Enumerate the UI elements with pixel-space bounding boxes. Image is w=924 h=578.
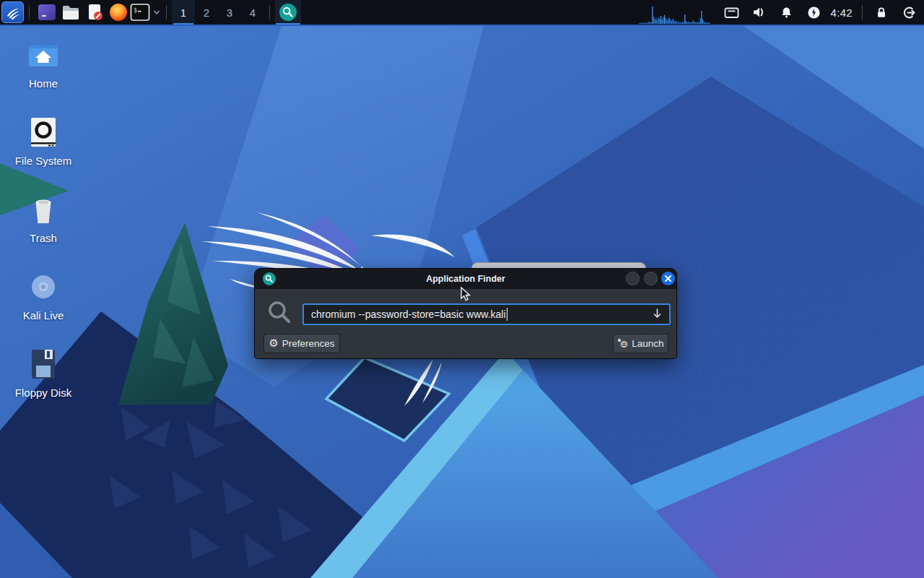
titlebar[interactable]: Application Finder: [255, 269, 676, 289]
panel-right: 4:42: [639, 0, 924, 25]
workspace-label: 2: [204, 7, 209, 19]
notifications-tray-icon[interactable]: [779, 4, 795, 20]
mouse-cursor: [461, 287, 471, 302]
kali-menu-icon: [4, 4, 22, 21]
desktop-icon-label: Floppy Disk: [15, 387, 71, 399]
firefox-icon: [109, 3, 128, 22]
desktop-icon-kali-live[interactable]: Kali Live: [7, 271, 79, 322]
panel-separator: [862, 5, 863, 20]
desktop-icon-home[interactable]: Home: [7, 39, 79, 90]
preferences-button[interactable]: ⚙ Preferences: [263, 334, 340, 353]
floppy-icon: [26, 348, 61, 380]
lock-screen-button[interactable]: [873, 4, 889, 20]
workspace-label: 3: [227, 7, 232, 19]
workspace-label: 4: [250, 7, 256, 19]
file-manager-launcher[interactable]: [58, 0, 82, 25]
minimize-button[interactable]: [626, 272, 640, 285]
window-launcher[interactable]: [35, 0, 58, 25]
window-title: Application Finder: [255, 274, 676, 284]
maximize-button[interactable]: [644, 272, 658, 285]
top-panel: $ 1 2 3 4: [0, 0, 924, 26]
workspace-label: 1: [180, 7, 186, 19]
preferences-label: Preferences: [282, 338, 335, 349]
launch-icon: ⚙: [618, 339, 629, 349]
svg-text:$: $: [134, 7, 137, 14]
panel-separator: [29, 5, 30, 20]
desktop-icon-floppy[interactable]: Floppy Disk: [7, 348, 79, 399]
trash-icon: [26, 194, 61, 225]
power-icon: [807, 6, 821, 20]
close-button[interactable]: [661, 272, 675, 285]
desktop-icon-label: Home: [29, 77, 58, 90]
close-icon: [665, 275, 671, 282]
workspace-1[interactable]: 1: [172, 0, 195, 25]
notifications-bell-icon: [780, 6, 793, 20]
terminal-launcher[interactable]: $: [130, 3, 161, 22]
file-system-icon: [26, 116, 61, 148]
gear-icon: ⚙: [269, 338, 278, 349]
search-input-value: chromium --password-store=basic www.kali: [311, 309, 506, 320]
network-graph[interactable]: [639, 4, 711, 25]
panel-left: $ 1 2 3 4: [0, 0, 301, 25]
desktop-icon-file-system[interactable]: File System: [7, 116, 79, 167]
desktop: Home File System Trash: [0, 26, 924, 578]
text-editor-launcher[interactable]: [82, 0, 106, 25]
text-editor-icon: [85, 3, 104, 22]
terminal-icon: $: [130, 3, 150, 22]
lock-icon: [875, 6, 888, 20]
network-tray-icon[interactable]: [724, 4, 740, 20]
chevron-down-icon[interactable]: [152, 9, 161, 16]
desktop-icon-label: Kali Live: [23, 309, 64, 322]
power-tray-icon[interactable]: [806, 4, 822, 20]
desktop-icon-trash[interactable]: Trash: [7, 194, 79, 244]
text-caret: [507, 308, 508, 321]
panel-separator: [269, 5, 270, 20]
desktop-icon-label: Trash: [30, 232, 57, 244]
logout-icon: [902, 6, 916, 20]
workspace-2[interactable]: 2: [195, 0, 218, 25]
search-input[interactable]: chromium --password-store=basic www.kali: [302, 303, 671, 325]
clock[interactable]: 4:42: [831, 7, 853, 19]
optical-disc-icon: [26, 271, 61, 303]
kali-desktop-screen: Home File System Trash: [0, 0, 924, 578]
launch-label: Launch: [632, 338, 663, 349]
search-icon: [266, 299, 292, 325]
launch-button[interactable]: ⚙ Launch: [613, 334, 668, 353]
desktop-icon-label: File System: [15, 155, 71, 167]
home-icon: [26, 39, 61, 71]
application-finder-icon: [279, 4, 297, 21]
kali-menu-button[interactable]: [1, 1, 24, 23]
taskbar-application-finder[interactable]: [275, 0, 301, 25]
application-finder-window: Application Finder chromium --password-s…: [254, 268, 677, 359]
logout-button[interactable]: [901, 4, 917, 20]
workspace-4[interactable]: 4: [241, 0, 264, 25]
panel-separator: [166, 5, 167, 20]
firefox-launcher[interactable]: [106, 0, 130, 25]
window-icon: [38, 4, 56, 21]
file-manager-icon: [61, 4, 80, 21]
network-port-icon: [724, 5, 739, 20]
workspace-3[interactable]: 3: [218, 0, 241, 25]
volume-tray-icon[interactable]: [751, 4, 767, 20]
dropdown-arrow-icon[interactable]: [653, 308, 662, 322]
volume-icon: [752, 6, 767, 19]
